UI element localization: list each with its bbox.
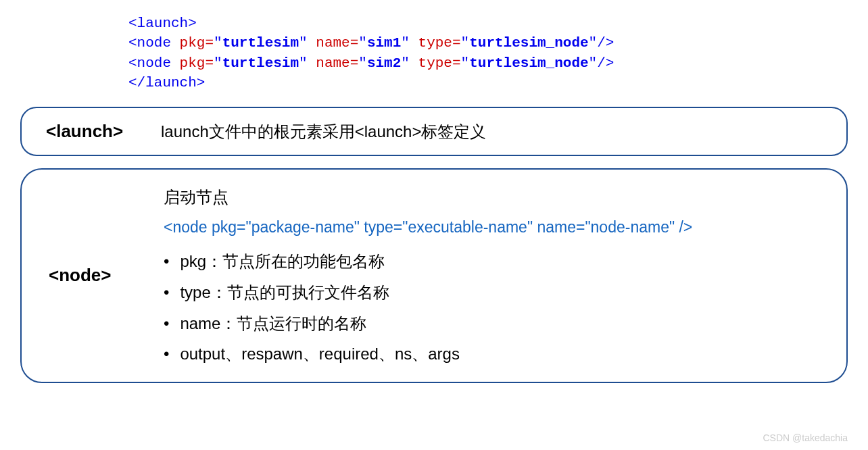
list-item: type：节点的可执行文件名称 (164, 277, 692, 308)
launch-tag-box: <launch> launch文件中的根元素采用<launch>标签定义 (20, 107, 848, 157)
node-content: 启动节点 <node pkg="package-name" type="exec… (164, 182, 692, 370)
launch-label: <launch> (35, 121, 161, 142)
node-syntax-example: <node pkg="package-name" type="executabl… (164, 213, 692, 243)
code-line-3: <node pkg="turtlesim" name="sim2" type="… (128, 53, 854, 73)
list-item: pkg：节点所在的功能包名称 (164, 246, 692, 277)
launch-close-tag: </launch> (128, 75, 205, 91)
code-line-1: <launch> (128, 14, 854, 33)
code-example: <launch> <node pkg="turtlesim" name="sim… (128, 14, 854, 93)
launch-open-tag: <launch> (128, 16, 197, 31)
code-line-2: <node pkg="turtlesim" name="sim1" type="… (128, 33, 854, 53)
code-line-4: </launch> (128, 73, 854, 93)
launch-description: launch文件中的根元素采用<launch>标签定义 (161, 116, 486, 147)
list-item: output、respawn、required、ns、args (164, 339, 692, 370)
list-item: name：节点运行时的名称 (164, 308, 692, 339)
node-attributes-list: pkg：节点所在的功能包名称 type：节点的可执行文件名称 name：节点运行… (164, 246, 692, 369)
node-tag-box: <node> 启动节点 <node pkg="package-name" typ… (20, 168, 848, 383)
node-title: 启动节点 (164, 182, 692, 213)
node-label: <node> (38, 265, 164, 286)
